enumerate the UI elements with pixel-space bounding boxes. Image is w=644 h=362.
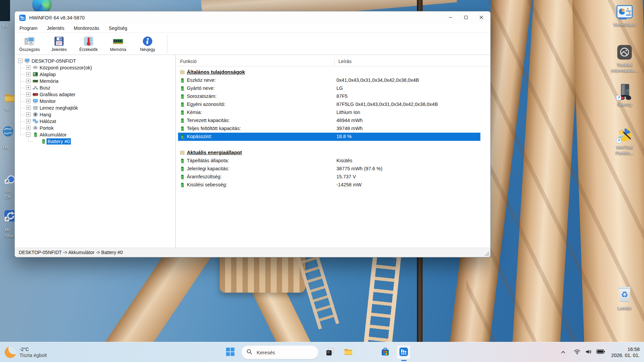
toolbar-erzekelok-button[interactable]: Érzékelők bbox=[76, 36, 101, 52]
toolbar-memoria-button[interactable]: Memória bbox=[106, 36, 130, 52]
column-funkcio[interactable]: Funkció bbox=[180, 59, 197, 64]
taskbar: -2°C Tiszta égbolt Keresés 16:58 2026. 0… bbox=[0, 342, 644, 362]
desktop-icon-label-partial: Mi bbox=[5, 227, 9, 232]
battery-icon bbox=[179, 174, 185, 180]
control-panel-icon bbox=[616, 3, 633, 21]
recycle-bin-icon: ♻ bbox=[616, 287, 633, 304]
resize-grip[interactable] bbox=[485, 251, 489, 256]
expand-plus-icon[interactable]: + bbox=[26, 99, 31, 103]
detail-label: Egyéni azonosító: bbox=[187, 102, 225, 107]
tree-item-portok[interactable]: +Portok bbox=[15, 125, 175, 131]
column-divider[interactable] bbox=[334, 58, 335, 65]
menu-monitorozas[interactable]: Monitorozás bbox=[69, 24, 104, 33]
desktop-icon-tovabbi-informaciok[interactable]: További információk... bbox=[608, 44, 641, 73]
toolbar-jelentes-button[interactable]: Jelentés bbox=[47, 36, 71, 52]
toolbar-osszegzes-button[interactable]: Összegzés bbox=[17, 36, 42, 52]
title-bar[interactable]: HWiNFO® 64 v8.34-5870 bbox=[15, 11, 490, 24]
expand-plus-icon[interactable]: + bbox=[26, 112, 31, 117]
menu-program[interactable]: Program bbox=[15, 24, 42, 33]
task-view-icon bbox=[325, 347, 334, 358]
cpu-icon bbox=[33, 65, 38, 70]
detail-row-eszkoz-neve[interactable]: Eszköz neve:0x41,0x43,0x31,0x34,0x42,0x3… bbox=[178, 76, 480, 84]
expand-plus-icon[interactable]: + bbox=[26, 65, 31, 70]
tree-item-halozat[interactable]: +Hálózat bbox=[15, 118, 175, 125]
details-column-header[interactable]: Funkció Leírás bbox=[176, 58, 490, 66]
detail-row-kisulesi-sebesseg[interactable]: Kisülési sebesség:-14258 mW bbox=[178, 181, 480, 189]
section-title: Aktuális energiaállapot bbox=[187, 149, 242, 155]
desktop-icon-minitool-partitio[interactable]: ↗MiniTool Partitio... bbox=[608, 126, 641, 156]
taskbar-clock[interactable]: 16:58 2026. 01. 01. bbox=[611, 346, 640, 358]
tree-item-label: Alaplap bbox=[39, 71, 57, 77]
detail-section-altalanos-tulajdonsagok[interactable]: Általános tulajdonságok bbox=[178, 68, 480, 76]
expand-plus-icon[interactable]: + bbox=[26, 126, 31, 130]
tree-item-grafikus-adapter[interactable]: +Grafikus adapter bbox=[15, 91, 175, 98]
expand-plus-icon[interactable]: + bbox=[26, 79, 31, 83]
tray-status-icons[interactable] bbox=[574, 348, 605, 357]
battery-icon bbox=[179, 102, 185, 107]
detail-row-sorozatszam[interactable]: Sorozatszám:87F5 bbox=[178, 93, 480, 101]
tree-item-lemez-meghajtok[interactable]: +Lemez meghajtók bbox=[15, 105, 175, 111]
battery-icon bbox=[179, 134, 185, 139]
desktop-icon-speccy[interactable]: ↗Speccy bbox=[608, 83, 641, 107]
expand-plus-icon[interactable]: + bbox=[26, 119, 31, 123]
detail-row-gyarto-neve[interactable]: Gyártó neve:LG bbox=[178, 84, 480, 93]
detail-row-tervezett-kapacitas[interactable]: Tervezett kapacitás:48944 mWh bbox=[178, 117, 480, 125]
toolbar-button-label: Összegzés bbox=[19, 47, 40, 52]
bus-icon bbox=[33, 85, 38, 90]
taskbar-app-edge[interactable] bbox=[359, 345, 374, 360]
taskbar-app-hwinfo[interactable] bbox=[396, 345, 411, 360]
column-leiras[interactable]: Leírás bbox=[338, 59, 352, 64]
minimize-button[interactable] bbox=[443, 11, 458, 24]
detail-row-aramfeszultseg[interactable]: Áramfeszültség:15.737 V bbox=[178, 173, 480, 181]
taskbar-app-microsoft-store[interactable] bbox=[378, 345, 392, 360]
tree-item-busz[interactable]: +Busz bbox=[15, 84, 175, 91]
menu-segitseg[interactable]: Segítség bbox=[104, 24, 132, 33]
tree-connector bbox=[20, 81, 25, 81]
detail-row-tapellatas-allapota[interactable]: Tápellátás állapota:Kisütés bbox=[178, 157, 480, 165]
tree-item-label: Battery #0 bbox=[47, 138, 71, 144]
weather-widget[interactable]: -2°C Tiszta égbolt bbox=[5, 342, 47, 362]
desktop-icon-label: MiniTool Partitio... bbox=[608, 144, 641, 156]
taskbar-app-task-view[interactable] bbox=[322, 345, 337, 360]
shortcut-arrow-icon: ↗ bbox=[4, 217, 9, 222]
expand-plus-icon[interactable]: + bbox=[26, 92, 31, 97]
detail-value: -14258 mW bbox=[336, 182, 362, 187]
tree-chain-line bbox=[20, 63, 20, 135]
close-button[interactable] bbox=[474, 11, 489, 24]
toolbar-nevjegy-button[interactable]: Névjegy bbox=[136, 36, 160, 52]
globe-icon[interactable] bbox=[2, 125, 14, 137]
tree-item-desktop-05nfidt[interactable]: −DESKTOP-05NFIDT bbox=[15, 58, 175, 64]
desktop-icon-lomtar[interactable]: ♻Lomtár bbox=[608, 287, 641, 311]
detail-row-teljes-feltoltott-kapacitas[interactable]: Teljes feltöltött kapacitás:39748 mWh bbox=[178, 125, 480, 133]
menu-jelentes[interactable]: Jelentés bbox=[42, 24, 69, 33]
expand-plus-icon[interactable]: + bbox=[26, 72, 31, 76]
detail-section-aktualis-energiaallapot[interactable]: Aktuális energiaállapot bbox=[178, 149, 480, 157]
tree-item-akkumulator[interactable]: −Akkumulátor bbox=[15, 131, 175, 138]
battery-icon bbox=[179, 126, 185, 131]
desktop-icon-vezerlopult[interactable]: Vezérlőpult bbox=[608, 3, 641, 27]
tree-item-memoria[interactable]: +Memória bbox=[15, 78, 175, 84]
expand-plus-icon[interactable]: + bbox=[26, 85, 31, 90]
search-input[interactable]: Keresés bbox=[241, 345, 319, 359]
tree-item-monitor[interactable]: +Monitor bbox=[15, 98, 175, 105]
expand-plus-icon[interactable]: + bbox=[26, 106, 31, 110]
tree-item-alaplap[interactable]: +Alaplap bbox=[15, 71, 175, 78]
detail-row-kopasszint[interactable]: Kopásszint:18.8 % bbox=[178, 133, 480, 141]
maximize-button[interactable] bbox=[458, 11, 474, 24]
detail-value: 39748 mWh bbox=[336, 126, 363, 131]
detail-value: Lithium Ion bbox=[336, 110, 360, 115]
battery-icon bbox=[179, 166, 185, 172]
start-button[interactable] bbox=[223, 345, 237, 360]
taskbar-app-file-explorer[interactable] bbox=[341, 345, 356, 360]
tree-item-battery-0[interactable]: Battery #0 bbox=[15, 138, 175, 145]
detail-row-jelenlegi-kapacitas[interactable]: Jelenlegi kapacitás:38775 mWh (97.6 %) bbox=[178, 165, 480, 173]
chevron-up-icon[interactable] bbox=[560, 349, 566, 355]
tree-item-hang[interactable]: +Hang bbox=[15, 111, 175, 118]
detail-row-egyeni-azonosito[interactable]: Egyéni azonosító:87F5LG 0x41,0x43,0x31,0… bbox=[178, 101, 480, 109]
collapse-minus-icon[interactable]: − bbox=[18, 59, 22, 63]
detail-row-kemia[interactable]: Kémia:Lithium Ion bbox=[178, 109, 480, 117]
collapse-minus-icon[interactable]: − bbox=[26, 132, 31, 137]
tree-item-kozponti-processzor-ok[interactable]: +Központi processzor(ok) bbox=[15, 64, 175, 71]
windows-start-icon bbox=[226, 347, 235, 358]
memory-big-icon bbox=[113, 36, 123, 47]
